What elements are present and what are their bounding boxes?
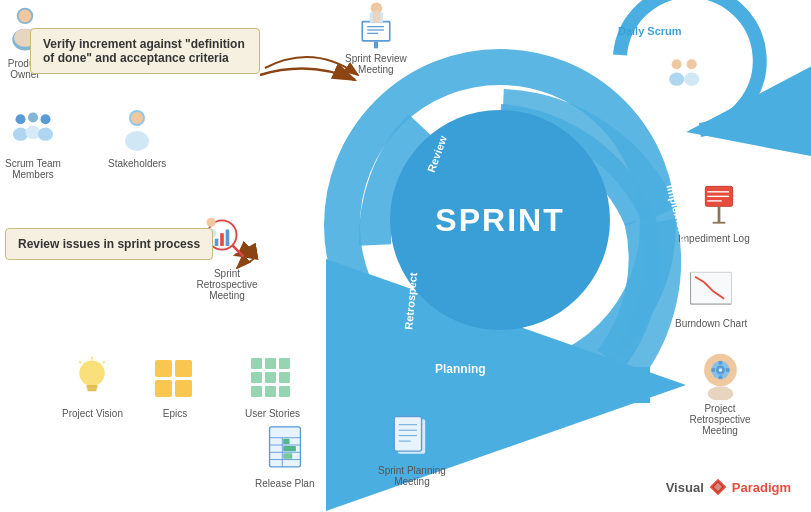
- svg-rect-25: [374, 42, 378, 49]
- project-vision-label: Project Vision: [62, 408, 123, 419]
- release-plan-icon: [260, 425, 310, 475]
- svg-point-85: [719, 368, 723, 372]
- project-retro-icon: [695, 350, 745, 400]
- daily-scrum-icon-item: [660, 50, 710, 100]
- svg-rect-31: [220, 233, 224, 246]
- svg-rect-43: [175, 360, 192, 377]
- svg-rect-64: [283, 453, 292, 458]
- arc-planning-label: Planning: [435, 362, 486, 376]
- svg-rect-30: [215, 239, 219, 246]
- svg-point-15: [38, 128, 53, 141]
- svg-point-12: [28, 113, 38, 123]
- project-retro-label: Project RetrospectiveMeeting: [675, 403, 765, 436]
- svg-point-27: [372, 10, 380, 23]
- daily-scrum-icon: [660, 50, 710, 100]
- burndown-chart-label: Burndown Chart: [675, 318, 747, 329]
- svg-rect-86: [719, 361, 723, 365]
- svg-point-34: [207, 218, 216, 227]
- svg-rect-63: [283, 446, 296, 451]
- stakeholders-icon: [112, 105, 162, 155]
- review-box: Review issues in sprint process: [5, 228, 213, 260]
- release-plan-label: Release Plan: [255, 478, 314, 489]
- diagram-container: Verify increment against "definition of …: [0, 0, 811, 512]
- svg-point-14: [40, 114, 50, 124]
- svg-rect-87: [719, 375, 723, 379]
- verify-box: Verify increment against "definition of …: [30, 28, 260, 74]
- svg-rect-54: [279, 386, 290, 397]
- svg-point-36: [80, 360, 105, 385]
- svg-rect-46: [251, 358, 262, 369]
- project-vision-icon-item: Project Vision: [62, 355, 123, 419]
- vp-brand-text: Paradigm: [732, 480, 791, 495]
- svg-point-8: [19, 10, 32, 23]
- project-retro-icon-item: Project RetrospectiveMeeting: [675, 350, 765, 436]
- svg-point-94: [684, 73, 699, 86]
- svg-point-93: [687, 59, 697, 69]
- sprint-review-icon-item: Sprint ReviewMeeting: [345, 0, 407, 75]
- user-stories-icon-item: User Stories: [245, 355, 300, 419]
- svg-rect-52: [251, 386, 262, 397]
- sprint-circle: SPRINT: [390, 110, 610, 330]
- svg-line-41: [103, 361, 105, 363]
- svg-point-10: [15, 114, 25, 124]
- scrum-team-icon: [8, 105, 58, 155]
- arc-daily-scrum-label: Daily Scrum: [618, 25, 682, 37]
- svg-rect-51: [279, 372, 290, 383]
- sprint-retro-label: Sprint RetrospectiveMeeting: [182, 268, 272, 301]
- svg-point-18: [125, 131, 149, 151]
- sprint-review-label: Sprint ReviewMeeting: [345, 53, 407, 75]
- vp-logo-diamond: [708, 477, 728, 497]
- svg-rect-21: [363, 23, 389, 41]
- sprint-planning-icon-item: Sprint PlanningMeeting: [378, 412, 446, 487]
- scrum-team-icon-item: Scrum TeamMembers: [5, 105, 61, 180]
- user-stories-label: User Stories: [245, 408, 300, 419]
- vp-logo: Visual Paradigm: [666, 477, 791, 497]
- svg-point-90: [708, 386, 733, 400]
- release-plan-icon-item: Release Plan: [255, 425, 314, 489]
- svg-rect-53: [265, 386, 276, 397]
- epics-icon: [150, 355, 200, 405]
- scrum-team-label: Scrum TeamMembers: [5, 158, 61, 180]
- svg-point-17: [131, 112, 143, 124]
- epics-label: Epics: [163, 408, 187, 419]
- epics-icon-item: Epics: [150, 355, 200, 419]
- burndown-chart-icon-item: Burndown Chart: [675, 265, 747, 329]
- svg-rect-50: [265, 372, 276, 383]
- svg-rect-37: [87, 385, 98, 389]
- svg-line-40: [80, 361, 82, 363]
- sprint-planning-label: Sprint PlanningMeeting: [378, 465, 446, 487]
- burndown-chart-icon: [686, 265, 736, 315]
- svg-rect-49: [251, 372, 262, 383]
- sprint-label: SPRINT: [435, 202, 564, 239]
- svg-rect-42: [155, 360, 172, 377]
- svg-rect-48: [279, 358, 290, 369]
- svg-rect-32: [226, 230, 230, 246]
- sprint-planning-icon: [387, 412, 437, 462]
- svg-rect-47: [265, 358, 276, 369]
- svg-rect-66: [394, 417, 421, 452]
- stakeholders-label: Stakeholders: [108, 158, 166, 169]
- svg-rect-88: [711, 368, 715, 372]
- svg-rect-38: [88, 389, 97, 392]
- svg-rect-62: [283, 439, 289, 444]
- stakeholders-icon-item: Stakeholders: [108, 105, 166, 169]
- svg-point-91: [672, 59, 682, 69]
- svg-rect-45: [175, 380, 192, 397]
- svg-rect-44: [155, 380, 172, 397]
- project-vision-icon: [67, 355, 117, 405]
- vp-logo-text: Visual: [666, 480, 704, 495]
- svg-line-33: [233, 246, 243, 256]
- user-stories-icon: [248, 355, 298, 405]
- sprint-review-icon: [351, 0, 401, 50]
- svg-point-92: [669, 73, 684, 86]
- impediment-log-icon: [689, 180, 739, 230]
- svg-rect-89: [726, 368, 730, 372]
